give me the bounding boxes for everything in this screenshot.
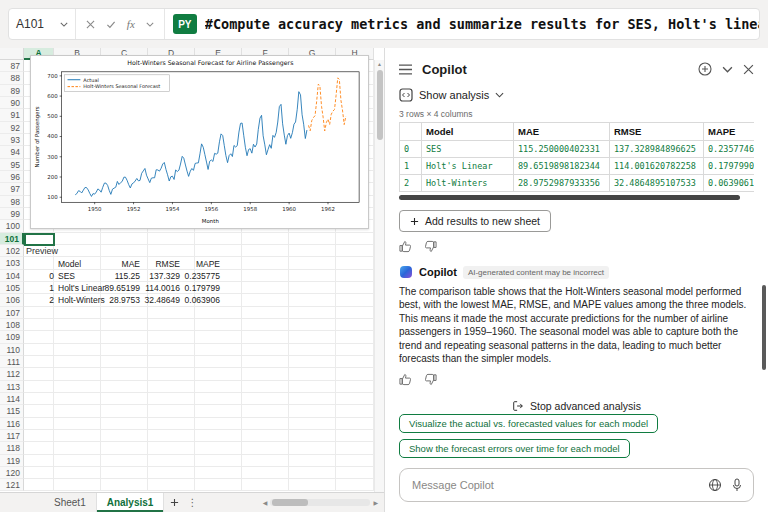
row-header-104[interactable]: 104 [0,270,24,282]
cell-d111[interactable] [148,356,195,368]
row-header-109[interactable]: 109 [0,331,24,343]
message-input[interactable] [410,478,699,492]
row-header-117[interactable]: 117 [0,430,24,442]
row-header-110[interactable]: 110 [0,344,24,356]
cell-h115[interactable] [336,405,374,417]
cell-f101[interactable] [242,233,289,245]
cell-d114[interactable] [148,393,195,405]
cell-h108[interactable] [336,319,374,331]
cell-b115[interactable] [54,405,101,417]
cell-h103[interactable] [336,257,374,269]
cell-f108[interactable] [242,319,289,331]
cell-b119[interactable] [54,455,101,467]
sheet-tab-sheet1[interactable]: Sheet1 [44,493,97,512]
row-header-114[interactable]: 114 [0,393,24,405]
cell-c102[interactable] [101,245,148,257]
cell-h114[interactable] [336,393,374,405]
cell-e108[interactable] [195,319,242,331]
cell-f118[interactable] [242,442,289,454]
cell-e110[interactable] [195,344,242,356]
cell-e111[interactable] [195,356,242,368]
cell-g102[interactable] [289,245,336,257]
cell-e101[interactable] [195,233,242,245]
cell-h106[interactable] [336,294,374,306]
cell-d117[interactable] [148,430,195,442]
row-header-91[interactable]: 91 [0,109,24,121]
cell-f107[interactable] [242,307,289,319]
cell-a120[interactable] [24,467,54,479]
cell-h116[interactable] [336,418,374,430]
row-header-93[interactable]: 93 [0,134,24,146]
thumb-down-icon[interactable] [424,373,437,386]
cell-a101[interactable] [24,233,54,245]
cell-f112[interactable] [242,368,289,380]
cell-c116[interactable] [101,418,148,430]
cell-g114[interactable] [289,393,336,405]
cell-e102[interactable] [195,245,242,257]
cell-g113[interactable] [289,381,336,393]
hamburger-icon[interactable] [399,64,412,75]
cell-e112[interactable] [195,368,242,380]
suggestion-chip-errors[interactable]: Show the forecast errors over time for e… [399,439,630,458]
cell-g121[interactable] [289,479,336,491]
cell-g115[interactable] [289,405,336,417]
row-header-92[interactable]: 92 [0,122,24,134]
cell-d116[interactable] [148,418,195,430]
cell-g119[interactable] [289,455,336,467]
row-header-105[interactable]: 105 [0,282,24,294]
row-header-111[interactable]: 111 [0,356,24,368]
row-header-115[interactable]: 115 [0,405,24,417]
cell-e118[interactable] [195,442,242,454]
cancel-icon[interactable] [86,20,95,29]
cell-f110[interactable] [242,344,289,356]
cell-a121[interactable] [24,479,54,491]
cell-h118[interactable] [336,442,374,454]
cell-h111[interactable] [336,356,374,368]
cell-b101[interactable] [54,233,101,245]
cell-a113[interactable] [24,381,54,393]
cell-f111[interactable] [242,356,289,368]
row-header-119[interactable]: 119 [0,455,24,467]
cell-a112[interactable] [24,368,54,380]
show-analysis-dropdown[interactable]: Show analysis [399,88,754,102]
cell-g117[interactable] [289,430,336,442]
cell-b107[interactable] [54,307,101,319]
cell-a109[interactable] [24,331,54,343]
cell-f121[interactable] [242,479,289,491]
cell-g120[interactable] [289,467,336,479]
cell-d121[interactable] [148,479,195,491]
row-header-88[interactable]: 88 [0,72,24,84]
scroll-right-icon[interactable]: ▶ [373,499,378,506]
cell-g109[interactable] [289,331,336,343]
scroll-left-icon[interactable]: ◀ [263,499,268,506]
cell-e109[interactable] [195,331,242,343]
cell-b109[interactable] [54,331,101,343]
cell-g116[interactable] [289,418,336,430]
cell-h104[interactable] [336,270,374,282]
row-header-120[interactable]: 120 [0,467,24,479]
cell-b110[interactable] [54,344,101,356]
row-header-113[interactable]: 113 [0,381,24,393]
cell-c115[interactable] [101,405,148,417]
stop-analysis-button[interactable]: Stop advanced analysis [512,400,641,412]
row-header-87[interactable]: 87 [0,60,24,72]
confirm-icon[interactable] [106,20,116,29]
cell-b114[interactable] [54,393,101,405]
cell-f115[interactable] [242,405,289,417]
hscroll-track[interactable] [270,499,370,506]
cell-a110[interactable] [24,344,54,356]
cell-d102[interactable] [148,245,195,257]
row-header-106[interactable]: 106 [0,294,24,306]
cell-a111[interactable] [24,356,54,368]
cell-h112[interactable] [336,368,374,380]
sheet-tab-analysis1[interactable]: Analysis1 [97,493,165,512]
row-header-89[interactable]: 89 [0,85,24,97]
cell-h105[interactable] [336,282,374,294]
row-header-118[interactable]: 118 [0,442,24,454]
cell-a107[interactable] [24,307,54,319]
cell-h120[interactable] [336,467,374,479]
cell-c110[interactable] [101,344,148,356]
row-header-102[interactable]: 102 [0,245,24,257]
cell-e120[interactable] [195,467,242,479]
row-header-107[interactable]: 107 [0,307,24,319]
